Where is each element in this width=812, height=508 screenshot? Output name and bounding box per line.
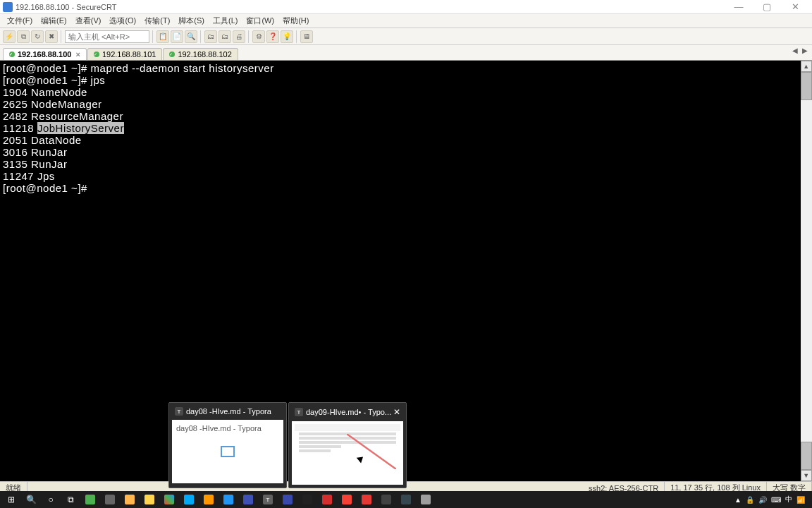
typora-icon: T — [295, 408, 303, 416]
taskbar-app[interactable] — [238, 491, 258, 508]
scroll-down-icon[interactable]: ▼ — [801, 470, 812, 481]
scroll-up-icon[interactable]: ▲ — [801, 61, 812, 72]
taskbar-app[interactable] — [179, 491, 199, 508]
tool-find-icon[interactable]: 🔍 — [185, 30, 197, 43]
toolbar: ⚡ ⧉ ↻ ✖ 📋 📄 🔍 🗂 🗂 🖨 ⚙ ❓ 💡 🖥 — [0, 28, 812, 45]
tab-session-2[interactable]: 192.168.88.102 — [163, 48, 238, 60]
menu-view[interactable]: 查看(V) — [71, 14, 106, 28]
tool-a-icon[interactable]: 🗂 — [204, 30, 217, 43]
terminal-scrollbar[interactable]: ▲ ▼ — [801, 61, 812, 481]
taskbar-app[interactable] — [120, 491, 140, 508]
search-button[interactable]: 🔍 — [21, 491, 41, 508]
menu-script[interactable]: 脚本(S) — [174, 14, 209, 28]
tray-icon[interactable]: 🔒 — [746, 496, 754, 504]
cortana-button[interactable]: ○ — [41, 491, 61, 508]
tool-paste-icon[interactable]: 📄 — [171, 30, 183, 43]
tray-volume-icon[interactable]: 🔊 — [758, 496, 767, 504]
close-button[interactable]: ✕ — [781, 1, 809, 13]
tool-g-icon[interactable]: 🖥 — [300, 30, 313, 43]
terminal-line: 11218 JobHistoryServer — [3, 122, 809, 134]
tray-lang-icon[interactable]: 中 — [785, 495, 792, 504]
status-dot-icon — [169, 52, 175, 57]
status-dot-icon — [9, 52, 15, 57]
terminal-line: 3135 RunJar — [3, 158, 809, 170]
tray-network-icon[interactable]: 📶 — [796, 496, 805, 504]
thumbnail-preview — [292, 421, 403, 485]
taskbar-app[interactable] — [278, 491, 297, 508]
tool-f-icon[interactable]: 💡 — [281, 30, 293, 43]
menu-edit[interactable]: 编辑(E) — [37, 14, 71, 28]
menu-transfer[interactable]: 传输(T) — [140, 14, 174, 28]
terminal-line: [root@node1 ~]# mapred --daemon start hi… — [3, 62, 809, 74]
taskbar-thumbnails: T day08 -HIve.md - Typora day08 -HIve.md… — [166, 399, 410, 491]
tool-d-icon[interactable]: ⚙ — [252, 30, 265, 43]
thumbnail-close-icon[interactable]: ✕ — [393, 407, 400, 417]
tool-quick-icon[interactable]: ⧉ — [17, 30, 30, 43]
menu-options[interactable]: 选项(O) — [105, 14, 140, 28]
session-tabbar: 192.168.88.100 × 192.168.88.101 192.168.… — [0, 45, 812, 61]
taskbar-app[interactable] — [159, 491, 179, 508]
taskbar-app[interactable] — [317, 491, 337, 508]
terminal-line: 2051 DataNode — [3, 134, 809, 146]
thumbnail-title: day08 -HIve.md - Typora — [186, 407, 271, 416]
host-input[interactable] — [65, 30, 149, 43]
tab-prev-icon[interactable]: ◀ — [791, 47, 799, 54]
taskbar-app[interactable] — [80, 491, 100, 508]
terminal-line: 1904 NameNode — [3, 86, 809, 98]
taskbar-app[interactable] — [357, 491, 376, 508]
status-dot-icon — [94, 52, 99, 57]
taskbar-app[interactable] — [297, 491, 317, 508]
terminal-line: 3016 RunJar — [3, 146, 809, 158]
terminal-line: 2482 ResourceManager — [3, 110, 809, 122]
maximize-button[interactable]: ▢ — [753, 1, 781, 13]
taskbar-app[interactable] — [416, 491, 436, 508]
taskbar-app[interactable] — [337, 491, 357, 508]
tool-copy-icon[interactable]: 📋 — [156, 30, 169, 43]
thumbnail-preview: day08 -HIve.md - Typora — [172, 420, 283, 483]
tool-disconnect-icon[interactable]: ✖ — [45, 30, 58, 43]
thumbnail-title: day09-HIve.md• - Typo... — [306, 408, 391, 416]
system-tray[interactable]: ▲ 🔒 🔊 ⌨ 中 📶 — [734, 495, 811, 504]
thumbnail-window-0[interactable]: T day08 -HIve.md - Typora day08 -HIve.md… — [168, 402, 287, 488]
thumbnail-window-1[interactable]: T day09-HIve.md• - Typo... ✕ — [288, 402, 407, 488]
taskbar-app[interactable] — [100, 491, 120, 508]
tool-e-icon[interactable]: ❓ — [266, 30, 279, 43]
menu-window[interactable]: 窗口(W) — [242, 14, 278, 28]
tab-close-icon[interactable]: × — [75, 50, 80, 59]
highlighted-text: JobHistoryServer — [37, 122, 124, 134]
tab-next-icon[interactable]: ▶ — [801, 47, 809, 54]
cursor-icon — [358, 455, 367, 466]
terminal-line: 2625 NodeManager — [3, 98, 809, 110]
app-icon — [3, 2, 13, 12]
start-button[interactable]: ⊞ — [1, 491, 21, 508]
menubar: 文件(F) 编辑(E) 查看(V) 选项(O) 传输(T) 脚本(S) 工具(L… — [0, 14, 812, 28]
tool-connect-icon[interactable]: ⚡ — [3, 30, 16, 43]
scroll-thumb[interactable] — [801, 442, 812, 470]
tray-overflow-icon[interactable]: ▲ — [734, 496, 742, 504]
minimize-button[interactable]: — — [725, 1, 753, 13]
terminal-line: [root@node1 ~]# — [3, 182, 809, 194]
thumbnail-doc-title: day08 -HIve.md - Typora — [176, 424, 262, 433]
scroll-thumb[interactable] — [801, 72, 812, 100]
terminal-line: [root@node1 ~]# jps — [3, 74, 809, 86]
taskbar-app[interactable] — [140, 491, 159, 508]
menu-help[interactable]: 帮助(H) — [278, 14, 313, 28]
menu-file[interactable]: 文件(F) — [3, 14, 37, 28]
windows-taskbar: ⊞ 🔍 ○ ⧉ T ▲ 🔒 🔊 ⌨ 中 📶 — [0, 491, 812, 508]
taskbar-app[interactable] — [376, 491, 396, 508]
taskbar-app[interactable] — [396, 491, 416, 508]
tray-ime-icon[interactable]: ⌨ — [771, 496, 781, 504]
window-title: 192.168.88.100 - SecureCRT — [16, 3, 117, 11]
tool-reconnect-icon[interactable]: ↻ — [31, 30, 44, 43]
taskbar-app[interactable]: T — [258, 491, 278, 508]
tool-c-icon[interactable]: 🖨 — [233, 30, 245, 43]
window-titlebar: 192.168.88.100 - SecureCRT — ▢ ✕ — [0, 0, 812, 14]
taskview-button[interactable]: ⧉ — [61, 491, 80, 508]
menu-tools[interactable]: 工具(L) — [209, 14, 242, 28]
document-icon — [221, 446, 235, 457]
tab-session-0[interactable]: 192.168.88.100 × — [3, 48, 87, 60]
taskbar-app[interactable] — [199, 491, 219, 508]
tab-session-1[interactable]: 192.168.88.101 — [87, 48, 162, 60]
tool-b-icon[interactable]: 🗂 — [219, 30, 231, 43]
taskbar-app[interactable] — [219, 491, 238, 508]
